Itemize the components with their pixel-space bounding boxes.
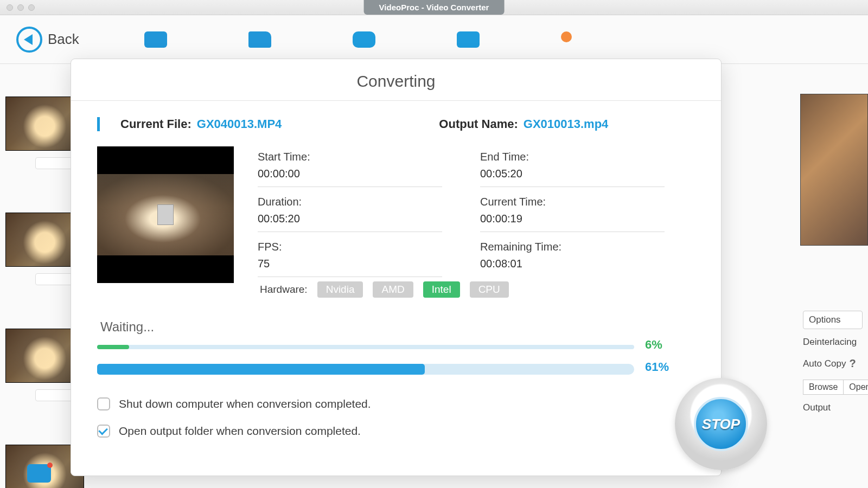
file-progress-bar: [97, 345, 634, 349]
minimize-window-icon[interactable]: [17, 4, 24, 11]
window-titlebar: VideoProc - Video Converter: [0, 0, 868, 15]
duration-label: Duration:: [258, 196, 442, 208]
video-icon[interactable]: [144, 31, 167, 48]
camera-icon[interactable]: [457, 31, 480, 48]
auto-copy-option[interactable]: Auto Copy?: [803, 357, 863, 370]
hardware-label: Hardware:: [260, 284, 308, 296]
accent-bar: [97, 117, 100, 131]
hw-amd-button[interactable]: AMD: [373, 281, 413, 298]
end-time-label: End Time:: [480, 151, 665, 163]
hw-nvidia-button[interactable]: Nvidia: [317, 281, 363, 298]
fps-label: FPS:: [258, 241, 442, 253]
file-progress-percent: 6%: [645, 338, 662, 352]
remaining-time-value: 00:08:01: [480, 258, 665, 270]
output-name-value: GX010013.mp4: [524, 117, 609, 131]
back-arrow-icon: [16, 27, 42, 53]
options-button[interactable]: Options: [803, 311, 863, 329]
preview-panel-bg: [800, 94, 868, 246]
open-button[interactable]: Open: [843, 380, 868, 395]
current-time-value: 00:00:19: [480, 213, 665, 225]
output-name-label: Output Name:: [439, 117, 518, 131]
current-file-value: GX040013.MP4: [197, 117, 282, 131]
deinterlacing-option[interactable]: Deinterlacing: [803, 337, 863, 348]
browse-button[interactable]: Browse: [803, 380, 843, 395]
duration-value: 00:05:20: [258, 213, 442, 225]
output-label: Output: [803, 402, 863, 413]
total-progress-percent: 61%: [645, 360, 669, 374]
window-title: VideoProc - Video Converter: [364, 0, 505, 15]
stop-button-wrap: STOP: [675, 378, 767, 470]
back-label: Back: [48, 31, 79, 48]
video-preview: [97, 146, 234, 283]
current-file-label: Current File:: [120, 117, 192, 131]
total-progress-bar: [97, 364, 634, 375]
start-time-value: 00:00:00: [258, 168, 442, 180]
open-folder-label: Open output folder when conversion compl…: [119, 425, 361, 438]
notification-icon[interactable]: [561, 31, 572, 42]
folder-icon[interactable]: [248, 31, 271, 48]
checkbox-icon: [97, 425, 110, 438]
zoom-window-icon[interactable]: [28, 4, 35, 11]
shutdown-checkbox[interactable]: Shut down computer when conversion compl…: [97, 397, 695, 410]
current-time-label: Current Time:: [480, 196, 665, 208]
start-time-label: Start Time:: [258, 151, 442, 163]
back-button[interactable]: Back: [16, 27, 79, 53]
top-toolbar: Back: [0, 15, 868, 64]
converting-dialog: Converting Current File: GX040013.MP4 Ou…: [71, 59, 722, 476]
fps-value: 75: [258, 258, 442, 270]
remaining-time-label: Remaining Time:: [480, 241, 665, 253]
dvd-icon[interactable]: [353, 31, 375, 48]
right-panel: Options Deinterlacing Auto Copy? Browse …: [803, 311, 863, 423]
checkbox-icon: [97, 397, 110, 410]
app-badge-icon[interactable]: [27, 464, 51, 483]
shutdown-label: Shut down computer when conversion compl…: [119, 397, 371, 410]
end-time-value: 00:05:20: [480, 168, 665, 180]
close-window-icon[interactable]: [7, 4, 13, 11]
traffic-lights: [0, 4, 35, 11]
open-folder-checkbox[interactable]: Open output folder when conversion compl…: [97, 425, 695, 438]
hw-intel-button[interactable]: Intel: [423, 281, 460, 298]
help-icon[interactable]: ?: [849, 357, 856, 370]
dialog-title: Converting: [71, 59, 721, 101]
stop-button[interactable]: STOP: [694, 397, 748, 451]
status-waiting-label: Waiting...: [100, 319, 695, 335]
